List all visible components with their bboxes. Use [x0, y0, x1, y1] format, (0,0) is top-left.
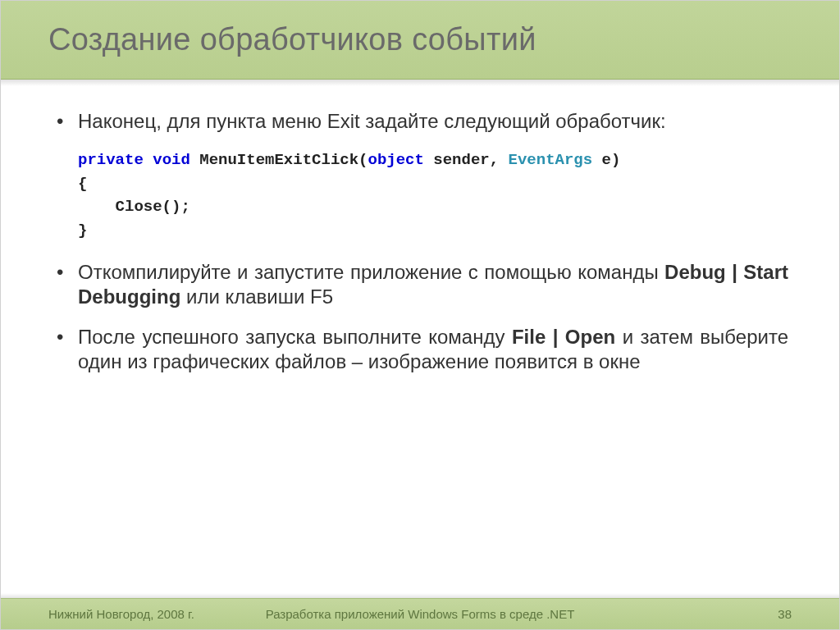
code-text: } [78, 221, 87, 240]
code-text: MenuItemExitClick( [199, 151, 368, 169]
code-text [190, 151, 199, 169]
slide-title: Создание обработчиков событий [48, 22, 536, 57]
slide: Создание обработчиков событий Наконец, д… [0, 0, 840, 630]
code-text: sender, [424, 151, 509, 169]
code-text: e) [592, 151, 620, 169]
bullet-list: Наконец, для пункта меню Exit задайте сл… [52, 109, 788, 134]
code-text: Close(); [78, 198, 190, 216]
code-keyword: void [153, 151, 190, 169]
title-shadow [1, 80, 839, 86]
code-block: private void MenuItemExitClick(object se… [78, 148, 788, 242]
bullet-text: или клавиши F5 [180, 285, 333, 308]
content-area: Наконец, для пункта меню Exit задайте сл… [52, 109, 788, 389]
bullet-text: После успешного запуска выполните команд… [78, 326, 512, 348]
footer-page: 38 [778, 607, 792, 621]
bullet-text: Откомпилируйте и запустите приложение с … [78, 261, 664, 283]
code-keyword: object [368, 151, 423, 169]
bullet-text: Наконец, для пункта меню Exit задайте сл… [78, 110, 666, 132]
bullet-item: Наконец, для пункта меню Exit задайте сл… [52, 109, 788, 134]
bullet-item: Откомпилируйте и запустите приложение с … [52, 260, 788, 309]
bullet-bold: File | Open [512, 326, 615, 348]
title-band: Создание обработчиков событий [1, 1, 839, 80]
code-text [144, 151, 153, 169]
code-keyword: private [78, 151, 144, 169]
bullet-list: Откомпилируйте и запустите приложение с … [52, 260, 788, 374]
footer-left: Нижний Новгород, 2008 г. [48, 607, 194, 621]
code-type: EventArgs [509, 151, 593, 169]
bullet-item: После успешного запуска выполните команд… [52, 325, 788, 374]
code-text: { [78, 175, 87, 193]
footer: Нижний Новгород, 2008 г. Разработка прил… [1, 598, 839, 629]
